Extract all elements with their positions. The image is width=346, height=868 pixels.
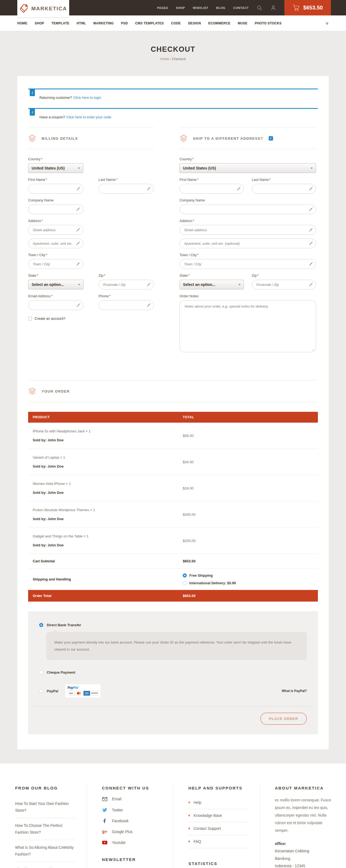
billing-first-name-input[interactable] — [28, 184, 83, 193]
shipping-state-select[interactable]: Select an option... — [179, 280, 244, 289]
radio-selected-icon[interactable] — [183, 574, 187, 578]
shipping-first-name-input[interactable] — [180, 184, 244, 193]
what-is-paypal-link[interactable]: What is PayPal? — [282, 689, 307, 693]
your-order-section: YOUR ORDER PRODUCT TOTAL iPhone 5s with … — [28, 380, 318, 734]
radio-selected-icon[interactable] — [39, 623, 43, 627]
radio-unselected-icon[interactable] — [39, 689, 43, 693]
info-icon: i — [30, 109, 35, 116]
chevron-down-icon — [78, 167, 80, 169]
billing-company-input[interactable] — [28, 205, 83, 214]
order-total-label: Order Total — [33, 594, 183, 598]
about-text: ec mollis lorem consequat. Fusce ipsum e… — [275, 796, 335, 834]
square-bullet-icon — [188, 828, 190, 829]
billing-first-name-label: First Name* — [28, 178, 83, 182]
chevron-down-icon — [238, 284, 241, 285]
shipping-last-name-input[interactable] — [252, 184, 316, 193]
help-link[interactable]: Help — [188, 796, 248, 809]
double-chevron-down-icon[interactable] — [325, 22, 329, 25]
brand-logo[interactable]: MARKETICA — [17, 0, 69, 17]
social-link-facebook[interactable]: Facebook — [102, 819, 162, 823]
page-title: CHECKOUT — [0, 45, 346, 54]
ship-different-address-checkbox[interactable] — [269, 136, 273, 141]
pencil-icon — [146, 186, 151, 191]
order-notes-input[interactable] — [179, 300, 316, 352]
social-link-youtube[interactable]: Youtube — [102, 840, 162, 845]
radio-unselected-icon[interactable] — [183, 581, 187, 585]
blog-post-link[interactable]: What is So Alluring About Celebrity Fash… — [15, 840, 75, 862]
shipping-address1-input[interactable] — [180, 225, 316, 235]
nav-muse[interactable]: MUSE — [238, 21, 248, 25]
order-table-header: PRODUCT TOTAL — [28, 412, 318, 423]
billing-zip-input[interactable] — [99, 280, 154, 289]
payment-method-paypal[interactable]: PayPal PayPal VISA DISCOVER What is PayP… — [34, 684, 312, 698]
header-nav-wishlist[interactable]: WISHLIST — [193, 6, 208, 9]
user-icon[interactable] — [270, 5, 276, 11]
shipping-town-input[interactable] — [180, 259, 316, 269]
billing-country-select[interactable]: United States (US) — [28, 163, 83, 173]
search-icon[interactable] — [256, 5, 263, 11]
header-nav-pages[interactable]: PAGES — [157, 6, 168, 9]
nav-cms-templates[interactable]: CMS TEMPLATES — [135, 21, 164, 25]
nav-photo-stocks[interactable]: PHOTO STOCKS — [255, 21, 281, 25]
shipping-town-field — [179, 259, 316, 269]
billing-state-select[interactable]: Select an option... — [28, 280, 83, 289]
shipping-company-input[interactable] — [180, 205, 316, 214]
header-nav-blog[interactable]: BLOG — [216, 6, 226, 9]
billing-zip-field — [99, 280, 154, 289]
cart-total-button[interactable]: $653.50 — [284, 0, 331, 16]
blog-post-link[interactable]: How To Start Your Own Fashion Store? — [15, 796, 75, 818]
breadcrumb-current: Checkout — [172, 57, 186, 61]
nav-marketing[interactable]: MARKETING — [93, 21, 113, 25]
create-account-option[interactable]: Create an account? — [28, 316, 154, 320]
billing-company-field — [28, 205, 83, 214]
billing-address2-input[interactable] — [28, 239, 83, 248]
help-link[interactable]: Contact Support — [188, 822, 248, 835]
order-item-total: $200.00 — [183, 539, 313, 543]
breadcrumb-home[interactable]: Home — [160, 57, 169, 61]
nav-html[interactable]: HTML — [77, 21, 86, 25]
billing-address1-field — [28, 225, 83, 235]
payment-method-bank-transfer[interactable]: Direct Bank Transfer — [34, 623, 312, 627]
social-link-google-plus[interactable]: Google Plus — [102, 830, 162, 834]
order-item-vendor: Sold by: John Doe — [33, 491, 183, 495]
help-link[interactable]: Knowladge Base — [188, 809, 248, 822]
nav-shop[interactable]: SHOP — [35, 21, 44, 25]
cart-subtotal-row: Cart Subtotal $653.50 — [28, 554, 318, 568]
nav-psd[interactable]: PSD — [121, 21, 128, 25]
login-link[interactable]: Click here to login — [73, 96, 101, 100]
nav-ecommerce[interactable]: ECOMMERCE — [208, 21, 230, 25]
nav-design[interactable]: DESIGN — [188, 21, 201, 25]
radio-unselected-icon[interactable] — [39, 670, 43, 675]
shipping-option-international[interactable]: International Delivery: $5.90 — [183, 581, 313, 585]
nav-home[interactable]: HOME — [17, 21, 27, 25]
shipping-country-select[interactable]: United States (US) — [179, 163, 316, 173]
social-link-twitter[interactable]: Twitter — [102, 808, 162, 812]
payment-method-cheque[interactable]: Cheque Payment — [34, 670, 312, 675]
shipping-address2-input[interactable] — [180, 239, 316, 248]
shipping-address2-field — [179, 239, 316, 248]
billing-email-input[interactable] — [28, 301, 83, 310]
coupon-link[interactable]: Click here to enter your code — [66, 115, 111, 119]
nav-code[interactable]: CODE — [171, 21, 181, 25]
place-order-button[interactable]: PLACE ORDER — [260, 713, 307, 725]
nav-template[interactable]: TEMPLATE — [51, 21, 69, 25]
layers-icon — [28, 134, 36, 143]
header-nav-contact[interactable]: CONTACT — [233, 6, 249, 9]
pencil-icon — [146, 303, 151, 308]
billing-town-input[interactable] — [28, 259, 83, 269]
billing-phone-input[interactable] — [99, 301, 154, 310]
breadcrumb: Home › Checkout — [0, 57, 346, 61]
pencil-icon — [308, 207, 313, 212]
help-link[interactable]: FAQ — [188, 835, 248, 848]
billing-last-name-input[interactable] — [99, 184, 154, 193]
header-nav-shop[interactable]: SHOP — [176, 6, 185, 9]
shipping-option-free[interactable]: Free Shipping — [183, 574, 313, 578]
footer-connect-column: CONNECT WITH US Email Twitter Facebook G… — [86, 786, 173, 868]
blog-post-link[interactable]: Should You Use Fashion Consultant Servic… — [15, 862, 75, 868]
billing-address1-input[interactable] — [28, 225, 83, 235]
shipping-zip-input[interactable] — [252, 280, 316, 289]
create-account-checkbox[interactable] — [28, 317, 32, 320]
footer-connect-heading: CONNECT WITH US — [102, 786, 162, 790]
blog-post-link[interactable]: How To Choose The Perfect Fashion Store? — [15, 818, 75, 840]
social-link-email[interactable]: Email — [102, 797, 162, 801]
